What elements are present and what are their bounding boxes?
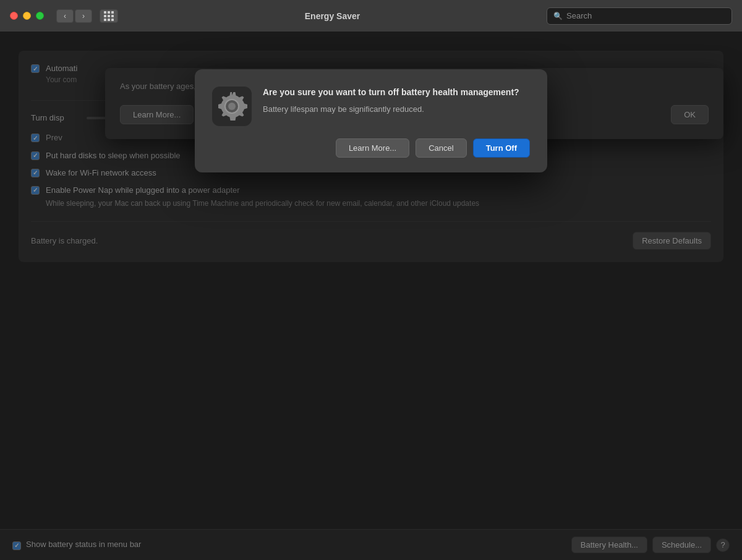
modal-top: Are you sure you want to turn off batter… [195,69,547,138]
battery-health-modal: Are you sure you want to turn off batter… [195,69,547,172]
titlebar: ‹ › Energy Saver 🔍 Search [0,0,742,32]
minimize-button[interactable] [23,12,31,20]
window-title: Energy Saver [126,11,539,21]
grid-view-button[interactable] [100,9,118,23]
modal-turn-off-button[interactable]: Turn Off [473,138,530,158]
forward-arrow-icon: › [82,12,85,20]
back-button[interactable]: ‹ [56,9,74,23]
nav-buttons: ‹ › [56,9,92,23]
traffic-lights [10,12,44,20]
modal-learn-more-button[interactable]: Learn More... [336,138,409,158]
modal-cancel-button[interactable]: Cancel [416,138,466,158]
search-icon: 🔍 [553,12,563,20]
search-placeholder: Search [566,11,592,20]
forward-button[interactable]: › [75,9,92,23]
close-button[interactable] [10,12,18,20]
back-arrow-icon: ‹ [64,12,66,20]
zoom-button[interactable] [36,12,44,20]
modal-title: Are you sure you want to turn off batter… [263,87,530,99]
main-content: Automati Your com Turn disp Never Prev [0,32,742,560]
modal-text: Are you sure you want to turn off batter… [263,87,530,115]
modal-buttons: Learn More... Cancel Turn Off [195,138,547,172]
gear-icon [212,87,252,126]
modal-subtitle: Battery lifespan may be significantly re… [263,104,530,115]
modal-overlay: Are you sure you want to turn off batter… [0,32,742,560]
grid-icon [104,11,114,21]
svg-point-2 [228,103,236,110]
search-bar[interactable]: 🔍 Search [547,7,732,25]
